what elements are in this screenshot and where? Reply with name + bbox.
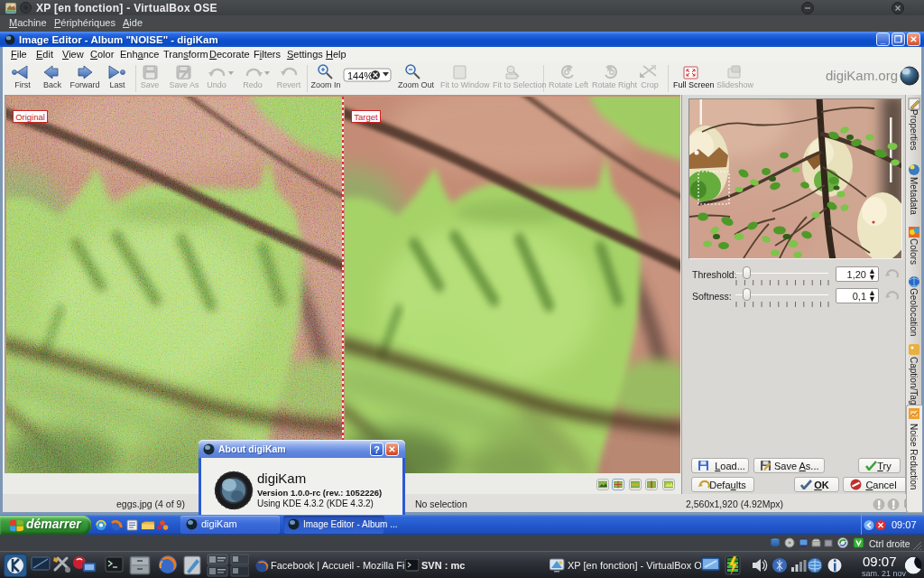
- svg-text:digiKam.org: digiKam.org: [826, 68, 898, 83]
